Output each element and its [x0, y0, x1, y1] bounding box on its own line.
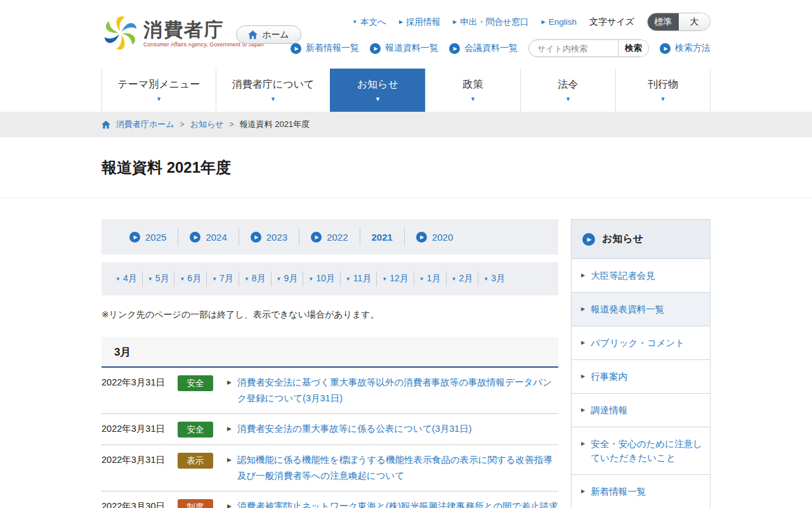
- month-link[interactable]: ▼ 2月: [446, 271, 478, 286]
- year-tab[interactable]: ▶ 2024: [178, 228, 238, 246]
- news-title-link[interactable]: 消費者安全法に基づく重大事故等以外の消費者事故等の事故情報データバンク登録につい…: [237, 375, 558, 406]
- sidebar-item[interactable]: ▶ パブリック・コメント: [572, 326, 710, 359]
- month-link[interactable]: ▼ 10月: [303, 271, 340, 286]
- nav-item[interactable]: 法令 ▼: [520, 69, 615, 112]
- month-link[interactable]: ▼ 4月: [110, 271, 142, 286]
- chevron-down-icon: ▼: [660, 96, 666, 102]
- sidebar-item[interactable]: ▶ 大臣等記者会見: [572, 259, 710, 292]
- year-tab-label: 2023: [266, 232, 287, 243]
- year-tab[interactable]: ▶ 2022: [299, 228, 359, 246]
- chevron-icon: ▶: [399, 19, 403, 25]
- month-section-title: 3月: [114, 345, 131, 359]
- quick-link[interactable]: ▶ 会議資料一覧: [449, 43, 518, 54]
- nav-item[interactable]: お知らせ ▼: [330, 69, 425, 112]
- chevron-right-icon: ▶: [581, 407, 585, 413]
- nav-item[interactable]: テーマ別メニュー ▼: [102, 69, 216, 112]
- month-link-label: 5月: [155, 273, 169, 284]
- nav-item-label: 消費者庁について: [232, 78, 315, 91]
- chevron-down-icon: ▼: [156, 96, 162, 102]
- nav-item-label: テーマ別メニュー: [118, 78, 200, 91]
- year-tabs: ▶ 2025 ▶ 2024 ▶ 2023 ▶ 2022 ▶ 2021 ▶ 202…: [102, 219, 558, 255]
- sidebar-item[interactable]: ▶ 安全・安心のために注意していただきたいこと: [572, 427, 710, 474]
- sidebar-item[interactable]: ▶ 新着情報一覧: [572, 474, 710, 508]
- year-tab-label: 2025: [145, 232, 166, 243]
- site-search: 検索: [528, 39, 649, 57]
- chevron-down-icon: ▼: [148, 276, 153, 282]
- nav-item[interactable]: 刊行物 ▼: [615, 69, 710, 112]
- font-size-standard-button[interactable]: 標準: [648, 13, 679, 30]
- sidebar-item[interactable]: ▶ 報道発表資料一覧: [572, 292, 710, 326]
- year-tab-label: 2024: [206, 232, 226, 243]
- nav-item[interactable]: 政策 ▼: [425, 69, 520, 112]
- breadcrumb-home-link[interactable]: 消費者庁ホーム: [116, 119, 174, 130]
- quick-link[interactable]: ▶ 新着情報一覧: [291, 43, 359, 54]
- year-tab[interactable]: ▶ 2025: [118, 228, 178, 246]
- title-divider: [0, 197, 812, 198]
- nav-item[interactable]: 消費者庁について ▼: [216, 69, 330, 112]
- nav-item-label: 刊行物: [648, 78, 678, 91]
- quick-link-label: 新着情報一覧: [306, 43, 359, 54]
- chevron-down-icon: ▼: [180, 276, 185, 282]
- chevron-right-icon: ▶: [581, 272, 585, 278]
- month-link[interactable]: ▼ 6月: [174, 271, 206, 286]
- sidebar-header[interactable]: ▶ お知らせ: [572, 220, 710, 259]
- play-circle-icon: ▶: [660, 43, 671, 54]
- month-link[interactable]: ▼ 7月: [206, 271, 239, 286]
- link-expiry-note: ※リンク先のページの一部は終了し、表示できない場合があります。: [102, 309, 558, 321]
- utility-link[interactable]: ▼ 本文へ: [352, 17, 386, 28]
- search-input[interactable]: [529, 40, 618, 57]
- month-link[interactable]: ▼ 1月: [414, 271, 446, 286]
- utility-link[interactable]: ▶ English: [542, 17, 577, 27]
- month-link-label: 2月: [459, 273, 473, 284]
- year-tab[interactable]: ▶ 2020: [404, 228, 464, 246]
- month-link[interactable]: ▼ 5月: [142, 271, 174, 286]
- sidebar-item-label: 安全・安心のために注意していただきたいこと: [591, 437, 702, 465]
- font-size-large-button[interactable]: 大: [679, 13, 710, 30]
- quick-link[interactable]: ▶ 報道資料一覧: [370, 43, 438, 54]
- chevron-right-icon: ▶: [227, 379, 232, 385]
- search-help-link[interactable]: ▶ 検索方法: [660, 43, 710, 54]
- chevron-right-icon: ▶: [581, 441, 585, 446]
- breadcrumb-separator: >: [230, 120, 234, 129]
- month-link[interactable]: ▼ 3月: [478, 271, 510, 286]
- utility-link-label: 採用情報: [406, 17, 440, 28]
- site-header: 消費者庁 Consumer Affairs Agency, Government…: [0, 0, 812, 69]
- year-tab-label: 2022: [327, 232, 348, 243]
- chevron-down-icon: ▼: [277, 276, 282, 282]
- sidebar-item[interactable]: ▶ 行事案内: [572, 359, 710, 393]
- sidebar-item-label: 行事案内: [591, 370, 627, 384]
- sidebar-list: ▶ 大臣等記者会見 ▶ 報道発表資料一覧 ▶ パブリック・コメント ▶ 行事案内…: [572, 259, 710, 508]
- breadcrumb-news-link[interactable]: お知らせ: [190, 119, 224, 130]
- month-link[interactable]: ▼ 12月: [376, 271, 414, 286]
- news-date: 2022年3月30日: [102, 498, 173, 508]
- chevron-right-icon: ▶: [227, 503, 232, 508]
- month-link[interactable]: ▼ 8月: [239, 271, 271, 286]
- month-link-label: 9月: [284, 273, 298, 284]
- play-circle-icon: ▶: [129, 232, 140, 243]
- chevron-down-icon: ▼: [308, 276, 313, 282]
- news-date: 2022年3月31日: [102, 421, 173, 435]
- search-button[interactable]: 検索: [618, 40, 648, 57]
- breadcrumb-band: 消費者庁ホーム > お知らせ > 報道資料 2021年度: [0, 112, 812, 137]
- sidebar-item[interactable]: ▶ 調達情報: [572, 393, 710, 427]
- news-title-link[interactable]: 認知機能に係る機能性を標ぼうする機能性表示食品の表示に関する改善指導及び一般消費…: [237, 452, 558, 484]
- utility-link[interactable]: ▶ 申出・問合せ窓口: [453, 17, 528, 28]
- month-link-label: 10月: [316, 273, 335, 284]
- quick-link-label: 報道資料一覧: [385, 43, 438, 54]
- main-navigation: テーマ別メニュー ▼ 消費者庁について ▼ お知らせ ▼ 政策 ▼ 法令 ▼ 刊…: [102, 69, 710, 112]
- news-title-link[interactable]: 消費者被害防止ネットワーク東海と(株)観光振興法律事務所との間で差止請求について: [237, 498, 558, 508]
- utility-link[interactable]: ▶ 採用情報: [399, 17, 440, 28]
- play-circle-icon: ▶: [251, 232, 261, 243]
- month-link-label: 12月: [390, 273, 409, 284]
- news-title-link[interactable]: 消費者安全法の重大事故等に係る公表について(3月31日): [237, 421, 558, 437]
- month-link-label: 6月: [187, 273, 201, 284]
- year-tab[interactable]: ▶ 2021: [360, 228, 404, 246]
- year-tab[interactable]: ▶ 2023: [239, 228, 299, 246]
- month-link-label: 1月: [427, 273, 441, 284]
- month-link[interactable]: ▼ 9月: [271, 271, 303, 286]
- utility-link-label: English: [549, 17, 577, 27]
- utility-link-label: 本文へ: [360, 17, 386, 28]
- sidebar-news-menu: ▶ お知らせ ▶ 大臣等記者会見 ▶ 報道発表資料一覧 ▶ パブリック・コメント…: [571, 219, 710, 508]
- month-link[interactable]: ▼ 11月: [340, 271, 376, 286]
- breadcrumb-separator: >: [180, 120, 185, 129]
